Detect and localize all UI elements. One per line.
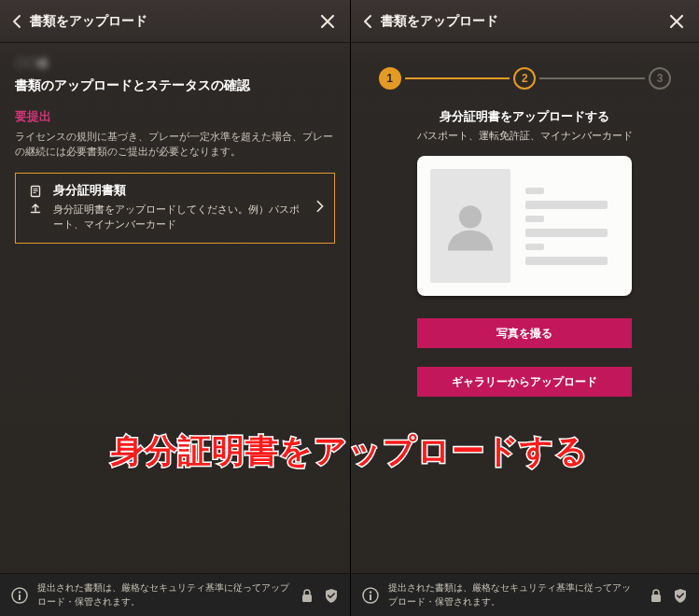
step-2[interactable]: 2 (513, 67, 536, 90)
lock-icon (649, 588, 664, 603)
info-icon (362, 587, 379, 604)
required-label: 要提出 (15, 109, 335, 125)
back-button[interactable] (7, 12, 26, 31)
app-root: 書類をアップロード 〇〇様 書類のアップロードとステータスの確認 要提出 ライセ… (0, 0, 699, 616)
step-line (405, 77, 510, 79)
card-text: 身分証明書類 身分証明書をアップロードしてください。例）パスポート、マイナンバー… (53, 183, 308, 232)
close-button[interactable] (316, 10, 339, 33)
footer-message: 提出された書類は、厳格なセキュリティ基準に従ってアップロード・保管されます。 (37, 581, 290, 609)
upload-from-gallery-button[interactable]: ギャラリーからアップロード (417, 367, 632, 397)
upload-title: 身分証明書をアップロードする (440, 108, 609, 125)
document-icon (29, 185, 42, 198)
card-title: 身分証明書類 (53, 183, 308, 199)
required-note: ライセンスの規則に基づき、プレーが一定水準を超えた場合、プレーの継続には必要書類… (15, 129, 335, 160)
header-title: 書類をアップロード (381, 13, 666, 30)
right-panel: 書類をアップロード 1 2 3 身分証明書をアップロードする パスポート、運転免… (350, 0, 700, 616)
stepper: 1 2 3 (351, 43, 700, 108)
shield-icon (673, 588, 688, 603)
step-3[interactable]: 3 (649, 67, 671, 90)
id-document-card[interactable]: 身分証明書類 身分証明書をアップロードしてください。例）パスポート、マイナンバー… (15, 173, 335, 245)
back-button[interactable] (358, 12, 377, 31)
card-icons (27, 183, 44, 215)
footer-message: 提出された書類は、厳格なセキュリティ基準に従ってアップロード・保管されます。 (388, 581, 640, 609)
close-button[interactable] (665, 10, 688, 33)
id-card-illustration (417, 156, 632, 296)
header-title: 書類をアップロード (30, 13, 316, 30)
id-photo-placeholder (430, 169, 510, 283)
right-footer: 提出された書類は、厳格なセキュリティ基準に従ってアップロード・保管されます。 (351, 573, 700, 616)
upload-subtitle: パスポート、運転免許証、マイナンバーカード (417, 129, 633, 143)
take-photo-button[interactable]: 写真を撮る (417, 318, 632, 348)
chevron-right-icon (314, 199, 327, 217)
left-header: 書類をアップロード (0, 0, 350, 43)
lock-icon (300, 588, 315, 603)
right-body: 身分証明書をアップロードする パスポート、運転免許証、マイナンバーカード 写真を… (351, 108, 700, 397)
page-heading: 書類のアップロードとステータスの確認 (15, 77, 335, 94)
shield-icon (324, 588, 339, 603)
left-footer: 提出された書類は、厳格なセキュリティ基準に従ってアップロード・保管されます。 (0, 573, 350, 616)
step-1[interactable]: 1 (379, 67, 401, 90)
person-icon (443, 193, 497, 259)
right-header: 書類をアップロード (351, 0, 700, 43)
step-line (539, 77, 645, 79)
card-description: 身分証明書をアップロードしてください。例）パスポート、マイナンバーカード (53, 202, 308, 232)
id-lines (524, 169, 619, 283)
left-panel: 書類をアップロード 〇〇様 書類のアップロードとステータスの確認 要提出 ライセ… (0, 0, 350, 616)
left-body: 〇〇様 書類のアップロードとステータスの確認 要提出 ライセンスの規則に基づき、… (0, 43, 350, 244)
info-icon (11, 587, 28, 604)
upload-icon (29, 202, 42, 215)
username-label: 〇〇様 (15, 56, 49, 72)
